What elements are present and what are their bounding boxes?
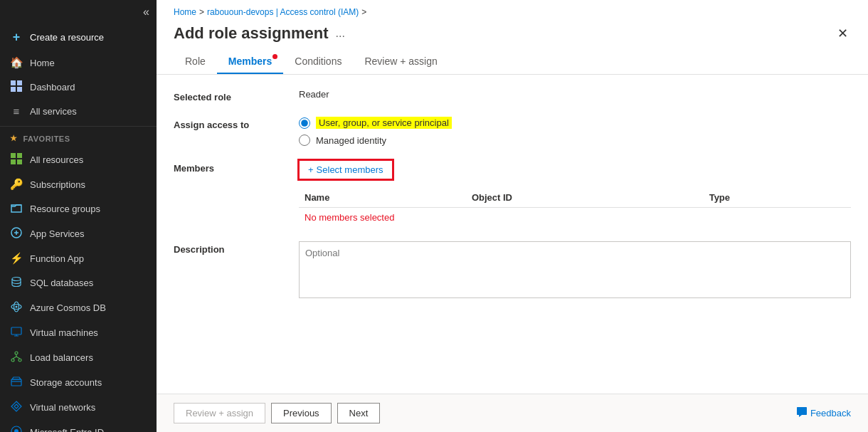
collapse-icon: «	[143, 6, 149, 19]
svg-rect-2	[11, 87, 16, 92]
feedback-label: Feedback	[810, 408, 851, 418]
sidebar-item-label: SQL databases	[30, 278, 93, 288]
assign-access-row: Assign access to User, group, or service…	[174, 117, 851, 146]
form-area: Selected role Reader Assign access to Us…	[157, 75, 868, 394]
radio-user-group-label: User, group, or service principal	[316, 117, 452, 129]
sidebar-item-all-services[interactable]: ≡ All services	[0, 100, 157, 123]
more-options-button[interactable]: ...	[336, 27, 345, 40]
description-label: Description	[174, 241, 287, 255]
sidebar-collapse-button[interactable]: «	[0, 0, 157, 24]
close-button[interactable]: ✕	[835, 23, 851, 44]
sidebar-item-sql-databases[interactable]: SQL databases	[0, 270, 157, 295]
page-title: Add role assignment	[174, 24, 329, 43]
tab-role[interactable]: Role	[174, 50, 217, 74]
sidebar-item-label: Resource groups	[30, 204, 100, 214]
svg-rect-5	[17, 153, 22, 158]
sidebar-item-label: Create a resource	[30, 32, 104, 43]
tab-review-assign[interactable]: Review + assign	[353, 50, 448, 74]
svg-rect-3	[17, 87, 22, 92]
all-resources-icon	[10, 153, 23, 167]
members-table-header-row: Name Object ID Type	[299, 188, 851, 208]
sidebar-item-label: Virtual machines	[30, 327, 98, 338]
breadcrumb-separator-2: >	[361, 7, 366, 17]
next-button[interactable]: Next	[337, 403, 381, 423]
svg-point-10	[12, 278, 21, 281]
col-name: Name	[299, 188, 466, 208]
radio-managed-identity[interactable]: Managed identity	[299, 135, 851, 146]
sidebar-item-all-resources[interactable]: All resources	[0, 147, 157, 172]
no-members-text: No members selected	[305, 212, 394, 223]
storage-icon	[10, 376, 23, 389]
sidebar-item-label: Virtual networks	[30, 402, 95, 413]
svg-point-17	[18, 359, 21, 362]
members-row: Members + Select members Name Object ID …	[174, 160, 851, 227]
sql-icon	[10, 276, 23, 290]
sidebar-item-app-services[interactable]: App Services	[0, 221, 157, 246]
breadcrumb-home[interactable]: Home	[174, 7, 196, 17]
select-members-button-label: Select members	[317, 164, 383, 175]
sidebar-item-virtual-machines[interactable]: Virtual machines	[0, 320, 157, 345]
breadcrumb-separator-1: >	[199, 7, 204, 17]
sidebar-item-dashboard[interactable]: Dashboard	[0, 75, 157, 100]
tab-members[interactable]: Members	[217, 50, 283, 74]
no-members-row: No members selected	[299, 208, 851, 228]
selected-role-row: Selected role Reader	[174, 89, 851, 102]
sidebar-item-load-balancers[interactable]: Load balancers	[0, 345, 157, 370]
svg-point-22	[14, 429, 18, 432]
breadcrumb: Home > rabououn-devops | Access control …	[157, 0, 868, 20]
sidebar-item-function-app[interactable]: ⚡ Function App	[0, 246, 157, 270]
sidebar-item-label: App Services	[30, 228, 85, 239]
sidebar: « + Create a resource 🏠 Home Dashboard ≡…	[0, 0, 157, 432]
previous-button[interactable]: Previous	[271, 403, 332, 423]
sidebar-item-label: Function App	[30, 253, 84, 264]
svg-rect-1	[17, 80, 22, 85]
sidebar-item-label: Microsoft Entra ID	[30, 427, 104, 432]
svg-point-16	[11, 359, 14, 362]
svg-rect-4	[11, 153, 16, 158]
sidebar-item-subscriptions[interactable]: 🔑 Subscriptions	[0, 172, 157, 196]
tab-conditions[interactable]: Conditions	[283, 50, 353, 74]
sidebar-item-resource-groups[interactable]: Resource groups	[0, 196, 157, 221]
favorites-header: ★ FAVORITES	[0, 130, 157, 147]
favorites-label: FAVORITES	[23, 135, 70, 143]
sidebar-item-virtual-networks[interactable]: Virtual networks	[0, 395, 157, 420]
app-services-icon	[10, 227, 23, 241]
create-resource-icon: +	[10, 30, 23, 45]
entra-icon	[10, 426, 23, 432]
sidebar-item-label: Azure Cosmos DB	[30, 302, 106, 313]
members-required-dot	[272, 54, 277, 59]
sidebar-item-azure-cosmos-db[interactable]: Azure Cosmos DB	[0, 295, 157, 320]
plus-icon: +	[308, 164, 314, 175]
members-label: Members	[174, 160, 287, 174]
page-header: Add role assignment ... ✕	[157, 20, 868, 50]
tab-conditions-label: Conditions	[295, 56, 342, 67]
select-members-button[interactable]: + Select members	[299, 160, 393, 179]
svg-rect-6	[11, 159, 16, 164]
radio-user-group[interactable]: User, group, or service principal	[299, 117, 851, 129]
favorites-star-icon: ★	[10, 134, 18, 143]
sidebar-item-label: Storage accounts	[30, 377, 102, 388]
sidebar-item-storage-accounts[interactable]: Storage accounts	[0, 370, 157, 395]
radio-managed-identity-input[interactable]	[299, 135, 310, 146]
tab-members-label: Members	[228, 56, 272, 67]
sidebar-item-create-resource[interactable]: + Create a resource	[0, 24, 157, 51]
main-content: Home > rabououn-devops | Access control …	[157, 0, 868, 432]
svg-marker-20	[14, 404, 18, 409]
description-textarea[interactable]	[299, 241, 851, 298]
feedback-icon	[796, 406, 808, 420]
sidebar-item-microsoft-entra-id[interactable]: Microsoft Entra ID	[0, 420, 157, 432]
all-services-icon: ≡	[10, 105, 23, 117]
radio-user-group-input[interactable]	[299, 117, 310, 129]
selected-role-label: Selected role	[174, 89, 287, 102]
assign-access-label: Assign access to	[174, 117, 287, 130]
svg-point-13	[16, 306, 18, 308]
breadcrumb-resource[interactable]: rabououn-devops | Access control (IAM)	[207, 7, 359, 17]
sidebar-item-label: Home	[30, 58, 55, 68]
dashboard-icon	[10, 80, 23, 94]
sidebar-item-home[interactable]: 🏠 Home	[0, 51, 157, 75]
footer: Review + assign Previous Next Feedback	[157, 394, 868, 432]
svg-rect-0	[11, 80, 16, 85]
review-assign-button[interactable]: Review + assign	[174, 403, 265, 423]
description-row: Description	[174, 241, 851, 300]
feedback-link[interactable]: Feedback	[796, 406, 851, 420]
